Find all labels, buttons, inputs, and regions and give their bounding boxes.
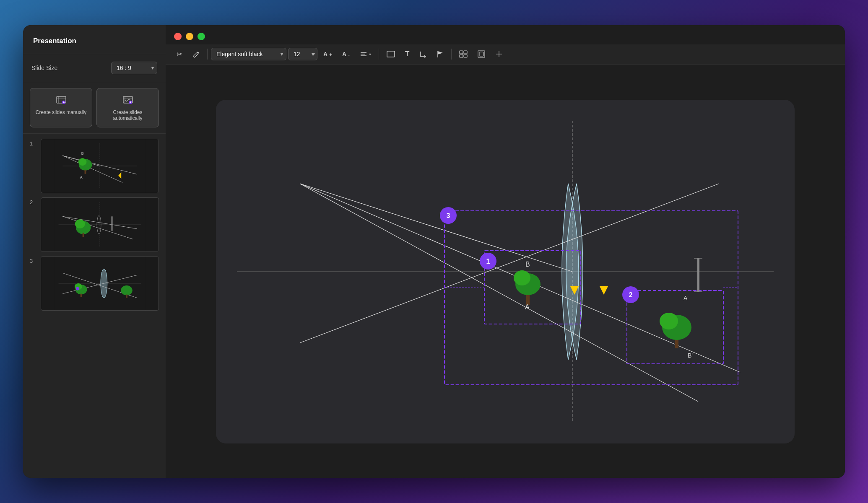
svg-rect-32 [83,233,84,237]
create-manually-icon [55,94,67,106]
font-select-wrapper[interactable]: Elegant soft black Arial Times New Roman… [211,48,286,60]
corner-button[interactable] [415,47,431,61]
arrange-icon [495,50,503,58]
svg-text:A: A [80,175,83,179]
svg-text:3: 3 [447,212,450,219]
toolbar: ✂ Elegant soft black Arial Times New Rom… [166,44,845,65]
paint-icon [192,50,200,58]
slide-thumb-1[interactable]: B A [41,139,159,193]
rectangle-button[interactable] [382,48,399,60]
font-size-select-wrapper[interactable]: 12 14 16 18 24 ▾ [288,48,317,60]
svg-point-19 [78,158,87,166]
svg-rect-44 [126,295,127,298]
svg-point-42 [76,287,79,290]
svg-rect-88 [697,258,699,292]
rectangle-icon [387,51,395,57]
svg-rect-20 [85,170,86,174]
svg-text:A': A' [683,295,689,301]
sidebar: Presentation Slide Size 16 : 9 4 : 3 Cus… [23,25,166,478]
paint-button[interactable] [188,47,204,61]
slide-thumb-2[interactable] [41,197,159,252]
svg-text:A: A [525,303,530,311]
svg-text:B: B [525,261,530,268]
text-button[interactable]: T [401,47,413,61]
svg-text:2: 2 [629,291,633,298]
maximize-button[interactable] [198,33,205,40]
main-content: ✂ Elegant soft black Arial Times New Rom… [166,25,845,478]
main-canvas-svg: B A A' B' [216,100,795,443]
window-controls [166,25,845,44]
svg-rect-53 [464,54,467,57]
separator-2 [379,49,379,60]
create-slides-manually-button[interactable]: Create slides manually [30,88,92,127]
svg-point-31 [75,219,85,228]
font-select[interactable]: Elegant soft black Arial Times New Roman [211,48,286,60]
flag-icon [437,50,444,58]
slide-size-select[interactable]: 16 : 9 4 : 3 Custom [111,62,157,74]
svg-text:1: 1 [486,258,490,265]
slide-item-2[interactable]: 2 [30,197,159,252]
align-button[interactable]: ▾ [356,47,375,61]
corner-icon [419,50,427,58]
flag-button[interactable] [433,47,448,61]
layers-icon [459,50,468,58]
slide-number-1: 1 [30,139,36,147]
slide-number-3: 3 [30,256,36,264]
font-size-select[interactable]: 12 14 16 18 24 [288,48,317,60]
create-auto-label: Create slides automatically [101,109,154,121]
slide-number-2: 2 [30,197,36,205]
font-size-up-button[interactable]: A+ [319,48,336,60]
slides-list: 1 [23,134,166,478]
create-auto-icon [122,94,134,106]
svg-text:B': B' [688,352,693,359]
slide-item-1[interactable]: 1 [30,139,159,193]
canvas-frame[interactable]: B A A' B' [216,100,795,443]
slide-thumb-3[interactable] [41,256,159,311]
slide-size-label: Slide Size [31,65,57,71]
svg-rect-50 [460,51,463,54]
separator-1 [207,49,208,60]
svg-point-75 [660,313,678,329]
arrange-button[interactable] [491,47,507,61]
svg-point-43 [121,285,133,296]
slide-size-row: Slide Size 16 : 9 4 : 3 Custom ▾ [23,54,166,82]
slide-item-3[interactable]: 3 [30,256,159,311]
svg-point-69 [514,270,530,285]
svg-rect-52 [460,54,463,57]
svg-text:B: B [81,151,84,156]
separator-3 [451,49,452,60]
svg-rect-41 [81,294,82,297]
create-buttons-row: Create slides manually Create slides aut… [23,82,166,134]
svg-rect-48 [387,51,395,57]
app-window: Presentation Slide Size 16 : 9 4 : 3 Cus… [23,25,845,478]
layers-button[interactable] [455,47,472,61]
slide-size-select-wrapper[interactable]: 16 : 9 4 : 3 Custom ▾ [111,62,157,74]
cut-button[interactable]: ✂ [172,47,186,61]
svg-rect-55 [479,52,483,56]
canvas-area: B A A' B' [166,65,845,478]
font-size-down-button[interactable]: A- [338,48,354,60]
frame-icon [478,50,485,58]
svg-rect-33 [112,216,113,231]
align-icon [360,50,367,58]
frame-button[interactable] [473,47,489,61]
svg-rect-51 [464,51,467,54]
svg-rect-54 [478,51,485,57]
minimize-button[interactable] [186,33,193,40]
close-button[interactable] [174,33,182,40]
create-slides-auto-button[interactable]: Create slides automatically [96,88,159,127]
create-manually-label: Create slides manually [36,109,86,115]
sidebar-title: Presentation [23,25,166,54]
